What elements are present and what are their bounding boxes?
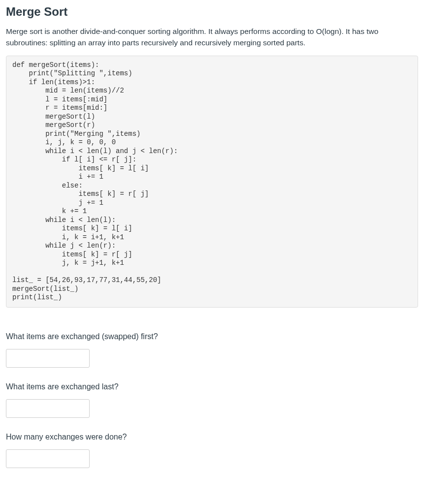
question-3: How many exchanges were done? [6,433,418,468]
answer-1-input[interactable] [6,349,90,368]
intro-paragraph: Merge sort is another divide-and-conquer… [6,26,418,49]
answer-2-input[interactable] [6,399,90,418]
code-block: def mergeSort(items): print("Splitting "… [6,56,418,308]
question-3-text: How many exchanges were done? [6,433,418,441]
question-2: What items are exchanged last? [6,382,418,418]
page-title: Merge Sort [6,5,418,19]
answer-3-input[interactable] [6,449,90,468]
question-1: What items are exchanged (swapped) first… [6,332,418,368]
question-2-text: What items are exchanged last? [6,382,418,391]
question-1-text: What items are exchanged (swapped) first… [6,332,418,341]
